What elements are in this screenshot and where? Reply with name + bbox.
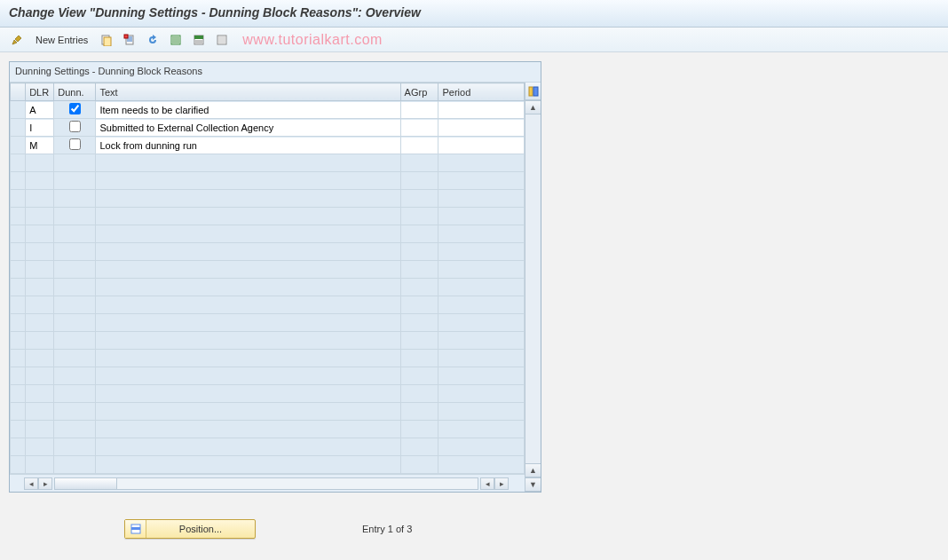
agrp-field[interactable] [401, 120, 438, 136]
select-all-icon[interactable] [166, 31, 186, 49]
scroll-up-icon[interactable]: ▲ [525, 100, 541, 114]
scroll-down-icon[interactable]: ▼ [525, 477, 541, 492]
row-select[interactable] [11, 243, 26, 261]
position-button[interactable]: Position... [124, 519, 256, 539]
row-select[interactable] [11, 314, 26, 332]
text-field[interactable] [96, 102, 399, 118]
svg-rect-6 [194, 35, 203, 39]
dlr-field[interactable] [26, 120, 53, 136]
table-row [11, 332, 525, 350]
toolbar: New Entries www.tutorialkart.com [0, 28, 948, 52]
table-row [11, 421, 525, 438]
table-row [11, 438, 525, 456]
scroll-left-far-icon[interactable]: ◂ [24, 477, 38, 490]
row-select[interactable] [11, 190, 26, 208]
row-select[interactable] [11, 154, 26, 172]
row-select[interactable] [11, 456, 26, 474]
row-select[interactable] [11, 350, 26, 367]
dlr-field[interactable] [26, 138, 53, 154]
agrp-field[interactable] [401, 102, 438, 118]
watermark-text: www.tutorialkart.com [242, 32, 383, 48]
table-row [11, 314, 525, 332]
dunn-checkbox[interactable] [69, 103, 81, 114]
table-row [11, 101, 525, 119]
svg-rect-3 [124, 35, 128, 38]
table-row [11, 225, 525, 243]
dlr-field[interactable] [26, 102, 53, 118]
svg-rect-11 [131, 527, 140, 530]
row-select[interactable] [11, 367, 26, 385]
toggle-display-change-icon[interactable] [7, 31, 27, 49]
col-dunn[interactable]: Dunn. [54, 83, 96, 101]
row-select[interactable] [11, 385, 26, 403]
text-field[interactable] [96, 138, 399, 154]
row-select[interactable] [11, 225, 26, 243]
window-title: Change View "Dunning Settings - Dunning … [0, 0, 948, 28]
table-row [11, 296, 525, 314]
table-row [11, 243, 525, 261]
dunn-checkbox[interactable] [69, 138, 81, 150]
deselect-all-icon[interactable] [212, 31, 232, 49]
period-field[interactable] [438, 120, 524, 136]
table-row [11, 172, 525, 190]
text-field[interactable] [96, 120, 399, 136]
table-row [11, 190, 525, 208]
row-select[interactable] [11, 421, 26, 438]
svg-rect-1 [104, 37, 111, 46]
row-select[interactable] [11, 172, 26, 190]
table-panel: Dunning Settings - Dunning Block Reasons [9, 61, 541, 493]
col-row-select[interactable] [11, 83, 26, 101]
table-row [11, 154, 525, 172]
table-row [11, 261, 525, 279]
agrp-field[interactable] [401, 138, 438, 154]
scroll-left-icon[interactable]: ▸ [38, 477, 52, 490]
row-select[interactable] [11, 137, 26, 154]
dunn-checkbox[interactable] [69, 121, 81, 132]
table-row [11, 137, 525, 154]
row-select[interactable] [11, 403, 26, 421]
col-text[interactable]: Text [96, 83, 400, 101]
position-icon [125, 520, 146, 538]
table-row [11, 279, 525, 296]
vscroll-track[interactable] [525, 114, 541, 463]
row-select[interactable] [11, 119, 26, 137]
svg-rect-8 [529, 87, 533, 96]
table-row [11, 403, 525, 421]
period-field[interactable] [438, 138, 524, 154]
horizontal-scrollbar: ◂ ▸ ◂ ▸ [10, 474, 525, 492]
table-config-icon[interactable] [525, 83, 541, 100]
hscroll-track[interactable] [54, 477, 478, 490]
col-agrp[interactable]: AGrp [400, 83, 438, 101]
row-select[interactable] [11, 101, 26, 119]
vertical-scrollbar: ▲ ▲ ▼ [525, 83, 541, 492]
scroll-down-line-icon[interactable]: ▲ [525, 463, 541, 477]
table-row [11, 208, 525, 225]
new-entries-button[interactable]: New Entries [30, 33, 93, 47]
table-row [11, 350, 525, 367]
row-select[interactable] [11, 438, 26, 456]
panel-title: Dunning Settings - Dunning Block Reasons [10, 62, 541, 83]
undo-change-icon[interactable] [143, 31, 162, 49]
table-row [11, 367, 525, 385]
position-button-label: Position... [146, 524, 255, 534]
row-select[interactable] [11, 279, 26, 296]
col-dlr[interactable]: DLR [26, 83, 54, 101]
row-select[interactable] [11, 296, 26, 314]
table-row [11, 119, 525, 137]
row-select[interactable] [11, 332, 26, 350]
period-field[interactable] [438, 102, 524, 118]
table-row [11, 456, 525, 474]
row-select[interactable] [11, 261, 26, 279]
svg-rect-9 [533, 87, 538, 96]
col-period[interactable]: Period [438, 83, 525, 101]
delete-icon[interactable] [120, 31, 139, 49]
entry-count-text: Entry 1 of 3 [362, 524, 412, 534]
copy-as-icon[interactable] [97, 31, 116, 49]
row-select[interactable] [11, 208, 26, 225]
scroll-right-icon[interactable]: ◂ [480, 477, 494, 490]
table-row [11, 385, 525, 403]
dunning-reasons-table: DLR Dunn. Text AGrp Period [10, 83, 525, 474]
select-block-icon[interactable] [189, 31, 209, 49]
scroll-right-far-icon[interactable]: ▸ [494, 477, 509, 490]
